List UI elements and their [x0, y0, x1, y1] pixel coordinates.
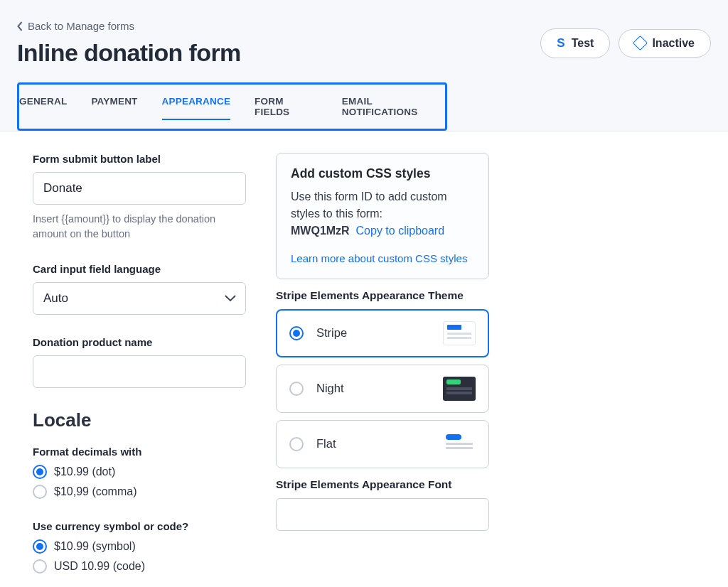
- theme-stripe-preview-icon: [443, 321, 476, 345]
- tab-bar: GENERAL PAYMENT APPEARANCE FORM FIELDS E…: [17, 82, 447, 131]
- decimals-comma-label: $10,99 (comma): [54, 485, 137, 498]
- back-link[interactable]: Back to Manage forms: [17, 20, 134, 32]
- theme-option-stripe[interactable]: Stripe: [276, 309, 489, 357]
- radio-icon: [33, 465, 47, 479]
- card-lang-select[interactable]: Auto: [33, 282, 246, 315]
- test-button-label: Test: [572, 37, 594, 50]
- stripe-s-icon: S: [557, 36, 564, 50]
- radio-icon: [33, 539, 47, 554]
- css-card-desc: Use this form ID to add custom styles to…: [291, 190, 447, 220]
- back-link-label: Back to Manage forms: [28, 20, 134, 32]
- decimals-comma-option[interactable]: $10,99 (comma): [33, 485, 246, 499]
- theme-option-flat[interactable]: Flat: [276, 420, 489, 468]
- chevron-left-icon: [17, 21, 23, 31]
- tab-form-fields[interactable]: FORM FIELDS: [255, 96, 318, 120]
- locale-title: Locale: [33, 409, 246, 431]
- currency-code-opt-label: USD 10.99 (code): [54, 560, 145, 573]
- tab-appearance[interactable]: APPEARANCE: [162, 96, 231, 120]
- font-label: Stripe Elements Appearance Font: [276, 478, 489, 491]
- decimals-dot-label: $10.99 (dot): [54, 465, 115, 478]
- decimals-label: Format decimals with: [33, 446, 246, 458]
- learn-more-link[interactable]: Learn more about custom CSS styles: [291, 251, 467, 266]
- currency-symbol-label: Use currency symbol or code?: [33, 520, 246, 532]
- inactive-button[interactable]: Inactive: [619, 29, 711, 58]
- css-card-title: Add custom CSS styles: [291, 166, 474, 181]
- product-name-label: Donation product name: [33, 336, 246, 348]
- form-id: MWQ1MzR: [291, 225, 350, 237]
- page-title: Inline donation form: [17, 39, 540, 67]
- card-lang-label: Card input field language: [33, 263, 246, 275]
- currency-code-option[interactable]: USD 10.99 (code): [33, 559, 246, 573]
- css-card: Add custom CSS styles Use this form ID t…: [276, 153, 489, 279]
- radio-icon: [289, 326, 304, 340]
- test-button[interactable]: S Test: [540, 28, 610, 58]
- inactive-button-label: Inactive: [652, 37, 695, 50]
- theme-night-label: Night: [316, 382, 430, 395]
- tab-email-notifications[interactable]: EMAIL NOTIFICATIONS: [342, 96, 445, 120]
- copy-clipboard-link[interactable]: Copy to clipboard: [356, 225, 445, 237]
- theme-night-preview-icon: [443, 377, 476, 401]
- theme-label: Stripe Elements Appearance Theme: [276, 289, 489, 302]
- decimals-dot-option[interactable]: $10.99 (dot): [33, 465, 246, 479]
- diamond-icon: [633, 36, 648, 50]
- tab-payment[interactable]: PAYMENT: [91, 96, 137, 120]
- radio-icon: [33, 559, 47, 573]
- currency-symbol-option[interactable]: $10.99 (symbol): [33, 539, 246, 554]
- theme-flat-label: Flat: [316, 437, 430, 451]
- theme-stripe-label: Stripe: [316, 326, 430, 340]
- currency-symbol-opt-label: $10.99 (symbol): [54, 540, 136, 553]
- theme-flat-preview-icon: [443, 432, 476, 456]
- radio-icon: [33, 485, 47, 499]
- product-name-input[interactable]: [33, 355, 246, 388]
- submit-button-label: Form submit button label: [33, 153, 246, 165]
- submit-button-input[interactable]: [33, 172, 246, 205]
- font-input[interactable]: [276, 498, 489, 531]
- theme-option-night[interactable]: Night: [276, 365, 489, 413]
- submit-button-helper: Insert {{amount}} to display the donatio…: [33, 212, 246, 242]
- tab-general[interactable]: GENERAL: [19, 96, 67, 120]
- radio-icon: [289, 382, 304, 396]
- radio-icon: [289, 437, 304, 451]
